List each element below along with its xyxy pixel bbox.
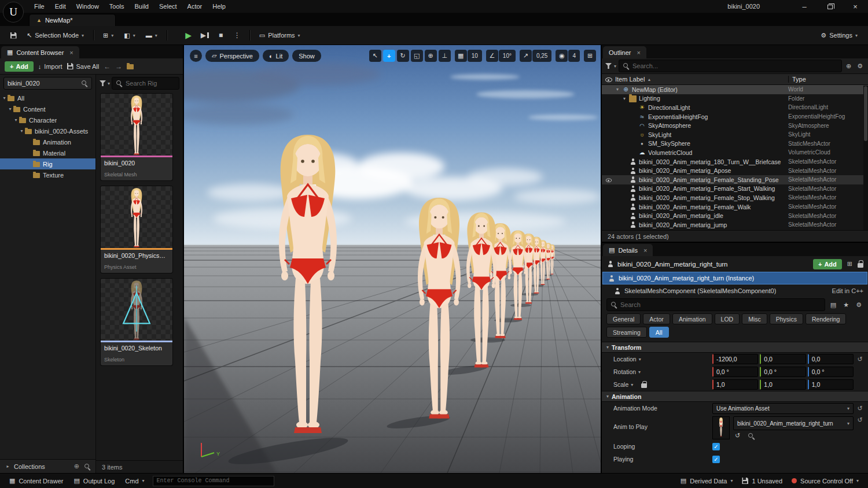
show-dropdown[interactable]: Show	[292, 50, 321, 62]
use-selected-asset-icon[interactable]: ↺	[733, 432, 742, 439]
expander-arrow[interactable]: ▾	[616, 87, 622, 92]
new-folder-icon[interactable]: ⊕	[844, 62, 853, 70]
filter-icon[interactable]	[605, 63, 612, 69]
cinematics-dropdown[interactable]: ▬▾	[141, 28, 162, 42]
outliner-row[interactable]: bikini_0020_Anim_metarig_Female_Standing…	[602, 175, 868, 184]
location-label[interactable]: Location▾	[613, 356, 711, 363]
outliner-row[interactable]: ExponentialHeightFog ExponentialHeightFo…	[602, 112, 868, 121]
outliner-row[interactable]: bikini_0020_Anim_metarig_180_Turn_W__Bri…	[602, 157, 868, 167]
add-collection-icon[interactable]: ⊕	[74, 463, 79, 470]
restore-button[interactable]	[817, 0, 843, 13]
menu-item[interactable]: Tools	[104, 1, 130, 12]
surface-snap-button[interactable]: ⊥	[439, 50, 451, 62]
close-tab-icon[interactable]: ×	[69, 49, 73, 56]
location-x-field[interactable]: -1200,0	[712, 354, 758, 364]
add-actor-dropdown[interactable]: ⊞▾	[98, 28, 118, 42]
asset-search-input[interactable]	[126, 80, 175, 87]
asset-card[interactable]: bikini_0020_PhysicsAsset Physics Asset	[101, 186, 172, 273]
scrollbar-thumb[interactable]	[864, 86, 867, 141]
settings-dropdown[interactable]: ⚙ Settings ▾	[816, 28, 862, 42]
outliner-row[interactable]: bikini_0020_Anim_metarig_Female_Stop_Wal…	[602, 193, 868, 202]
outliner-row[interactable]: VolumetricCloud VolumetricCloud	[602, 148, 868, 157]
world-coordinate-button[interactable]: ⊕	[425, 50, 437, 62]
save-level-button[interactable]	[6, 28, 21, 42]
scale-tool-button[interactable]: ◱	[411, 50, 423, 62]
outliner-row[interactable]: SkyAtmosphere SkyAtmosphere	[602, 121, 868, 130]
expander-arrow[interactable]: ▾	[19, 128, 25, 134]
favorites-star-icon[interactable]: ★	[841, 301, 851, 309]
outliner-row[interactable]: DirectionalLight DirectionalLight	[602, 103, 868, 112]
viewport[interactable]: Y ≡ ▱Perspective ◐Lit Show ↖ + ↻ ◱ ⊕ ⊥ ▦…	[184, 45, 601, 473]
expander-arrow[interactable]: ▸	[5, 464, 11, 469]
blueprints-dropdown[interactable]: ◧▾	[119, 28, 139, 42]
play-options-button[interactable]: ⋮	[230, 28, 245, 42]
search-icon[interactable]	[84, 463, 91, 470]
rotation-label[interactable]: Rotation▾	[613, 368, 711, 375]
scale-z-field[interactable]: 1,0	[808, 379, 854, 390]
filter-chip[interactable]: Actor	[643, 313, 670, 324]
playing-checkbox[interactable]: ✓	[712, 456, 720, 463]
outliner-scrollbar[interactable]	[863, 86, 868, 230]
menu-item[interactable]: Edit	[50, 1, 71, 12]
unsaved-button[interactable]: 1 Unsaved	[737, 478, 787, 485]
folder-tree-item[interactable]: ▾ bikini_0020-Assets	[0, 125, 95, 136]
transform-section-header[interactable]: ▾ Transform	[602, 342, 868, 353]
lit-dropdown[interactable]: ◐Lit	[263, 50, 289, 62]
reset-location-icon[interactable]: ↺	[855, 356, 865, 363]
outliner-row[interactable]: bikini_0020_Anim_metarig_Female_Walk Ske…	[602, 202, 868, 212]
folder-tree-item[interactable]: Rig	[0, 158, 95, 169]
filter-icon[interactable]	[100, 80, 106, 86]
rotation-snap-button[interactable]: ∠	[486, 50, 498, 62]
instance-row[interactable]: bikini_0020_Anim_metarig_right_turn (Ins…	[602, 272, 867, 284]
filter-chip[interactable]: Streaming	[606, 327, 647, 338]
unreal-logo-icon[interactable]: U	[3, 2, 24, 23]
derived-data-button[interactable]: ▤Derived Data▾	[676, 477, 738, 485]
scale-snap-button[interactable]: ↗	[520, 50, 532, 62]
folder-tree-item[interactable]: Animation	[0, 136, 95, 147]
camera-speed-value[interactable]: 4	[568, 50, 580, 62]
source-control-button[interactable]: Source Control Off▾	[787, 478, 863, 485]
cmd-dropdown[interactable]: Cmd▾	[120, 474, 149, 488]
back-button[interactable]: ←	[104, 62, 111, 71]
level-tab[interactable]: ▲ NewMap*	[29, 14, 116, 26]
play-button[interactable]: ▶	[181, 28, 196, 42]
reset-animation-mode-icon[interactable]: ↺	[855, 405, 865, 412]
browse-components-icon[interactable]: ⊞	[845, 260, 854, 268]
menu-item[interactable]: Help	[207, 1, 231, 12]
maximize-viewport-button[interactable]: ⊞	[584, 50, 596, 62]
outliner-row[interactable]: SM_SkySphere StaticMeshActor	[602, 139, 868, 149]
folder-tree-item[interactable]: Material	[0, 147, 95, 158]
filter-chip[interactable]: Misc	[742, 313, 767, 324]
details-search-input[interactable]	[620, 301, 821, 308]
select-tool-button[interactable]: ↖	[369, 50, 381, 62]
frame-skip-button[interactable]: ▶	[197, 28, 212, 42]
rotation-z-field[interactable]: 0,0 °	[808, 367, 854, 377]
perspective-dropdown[interactable]: ▱Perspective	[205, 50, 259, 62]
folder-tree-item[interactable]: ▾ Character	[0, 114, 95, 125]
outliner-row[interactable]: ▾ NewMap (Editor) World	[602, 85, 868, 94]
location-y-field[interactable]: 0,0	[760, 354, 806, 364]
edit-in-cpp-link[interactable]: Edit in C++	[832, 287, 863, 294]
scale-x-field[interactable]: 1,0	[712, 379, 758, 390]
component-row[interactable]: SkeletalMeshComponent (SkeletalMeshCompo…	[602, 284, 868, 297]
scale-label[interactable]: Scale▾	[613, 381, 711, 388]
menu-item[interactable]: Select	[154, 1, 182, 12]
outliner-settings-icon[interactable]: ⚙	[855, 62, 865, 70]
location-z-field[interactable]: 0,0	[808, 354, 854, 364]
filter-chip[interactable]: All	[649, 327, 669, 338]
viewport-3d-scene[interactable]: Y	[184, 45, 601, 473]
folder-tree-item[interactable]: Texture	[0, 169, 95, 180]
outliner-tab[interactable]: Outliner ×	[603, 46, 646, 58]
visibility-eye-icon[interactable]	[605, 177, 612, 183]
content-settings-button[interactable]: ⚙Settings	[138, 58, 183, 74]
details-settings-icon[interactable]: ⚙	[854, 301, 863, 309]
outliner-row[interactable]: bikini_0020_Anim_metarig_jump SkeletalMe…	[602, 220, 868, 230]
visibility-column-icon[interactable]	[605, 76, 612, 83]
menu-item[interactable]: Actor	[182, 1, 208, 12]
outliner-search-input[interactable]	[632, 62, 838, 69]
output-log-button[interactable]: ▤Output Log	[69, 474, 119, 488]
reset-anim-icon[interactable]: ↺	[855, 416, 865, 424]
selection-mode-dropdown[interactable]: ↖ Selection Mode ▾	[22, 28, 89, 42]
browse-to-asset-icon[interactable]	[748, 432, 755, 439]
outliner-row[interactable]: bikini_0020_Anim_metarig_Apose SkeletalM…	[602, 166, 868, 175]
